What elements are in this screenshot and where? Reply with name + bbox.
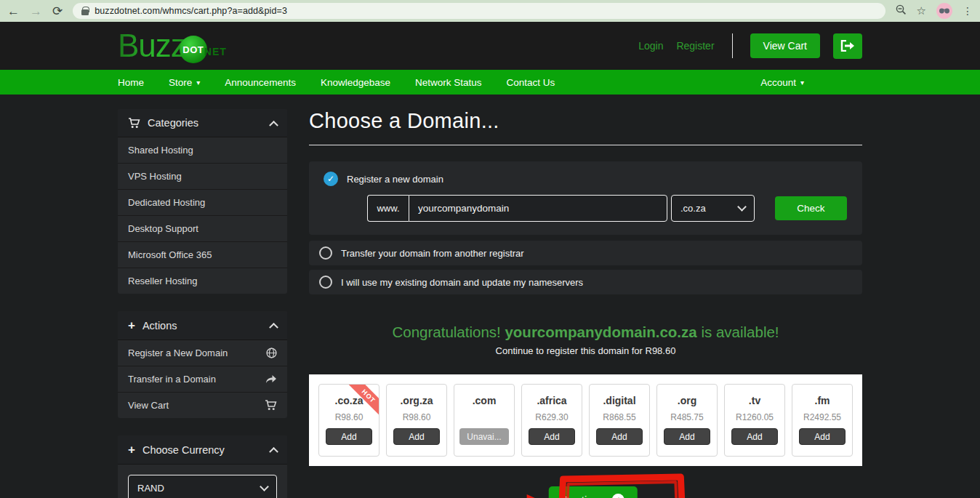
- tld-card-fm: .fm R2492.55 Add: [792, 384, 853, 457]
- tld-card-tv: .tv R1260.05 Add: [724, 384, 785, 457]
- sidebar-item-vps-hosting[interactable]: VPS Hosting: [118, 164, 287, 190]
- available-domain: yourcompanydomain.co.za: [505, 324, 696, 340]
- globe-icon: [266, 348, 277, 358]
- add-button[interactable]: Add: [393, 428, 440, 445]
- title-divider: [309, 145, 862, 145]
- site-header: Buzz DOT NET Login Register View Cart: [0, 22, 980, 70]
- browser-menu-icon[interactable]: ⋮: [963, 5, 973, 17]
- sidebar-item-view-cart[interactable]: View Cart: [118, 393, 287, 418]
- actions-panel: + Actions Register a New Domain Transfer…: [118, 311, 287, 418]
- categories-panel: Categories Shared Hosting VPS Hosting De…: [118, 109, 287, 294]
- main-content: Choose a Domain... ✓ Register a new doma…: [309, 109, 862, 498]
- sidebar-item-reseller-hosting[interactable]: Reseller Hosting: [118, 268, 287, 294]
- logout-icon: [840, 40, 855, 52]
- radio-unselected-icon[interactable]: [319, 246, 332, 260]
- add-button[interactable]: Add: [326, 428, 372, 445]
- register-domain-option[interactable]: ✓ Register a new domain: [324, 172, 848, 186]
- categories-panel-header[interactable]: Categories: [118, 109, 287, 137]
- zoom-icon[interactable]: [896, 4, 907, 18]
- chevron-up-icon: [269, 120, 278, 129]
- view-cart-button[interactable]: View Cart: [750, 33, 820, 58]
- radio-selected-icon[interactable]: ✓: [324, 172, 338, 186]
- cart-icon: [265, 400, 277, 411]
- nav-item-store[interactable]: Store▾: [169, 77, 200, 88]
- share-arrow-icon: [265, 374, 277, 384]
- nav-item-home[interactable]: Home: [118, 77, 144, 88]
- tld-card-africa: .africa R629.30 Add: [521, 384, 582, 457]
- add-button[interactable]: Add: [529, 428, 575, 445]
- logout-button[interactable]: [833, 33, 862, 59]
- bookmark-star-icon[interactable]: ☆: [917, 4, 926, 17]
- reload-icon[interactable]: ⟳: [52, 5, 63, 17]
- add-button[interactable]: Add: [731, 428, 778, 445]
- currency-panel-header[interactable]: + Choose Currency: [118, 435, 287, 465]
- nav-item-announcements[interactable]: Announcements: [225, 77, 296, 88]
- actions-title: Actions: [142, 320, 177, 332]
- availability-message: Congratulations! yourcompanydomain.co.za…: [309, 324, 862, 356]
- logo-text-buzz: Buzz: [118, 28, 186, 64]
- chevron-down-icon: ▾: [196, 79, 200, 87]
- register-link[interactable]: Register: [676, 40, 714, 52]
- nav-item-account[interactable]: Account▾: [760, 77, 804, 88]
- register-domain-label: Register a new domain: [347, 174, 443, 185]
- radio-unselected-icon[interactable]: [319, 276, 332, 289]
- sidebar-item-microsoft-office-365[interactable]: Microsoft Office 365: [118, 242, 287, 268]
- tld-card-com: .com Unavai...: [454, 384, 515, 457]
- chevron-down-icon: [737, 202, 747, 212]
- logo-text-net: NET: [204, 46, 227, 57]
- back-icon[interactable]: ←: [7, 5, 20, 17]
- arrow-right-icon: ➜: [611, 494, 624, 498]
- add-button[interactable]: Add: [799, 428, 846, 445]
- tld-suggestions-row: HOT .co.za R98.60 Add .org.za R98.60 Add…: [309, 374, 862, 466]
- actions-panel-header[interactable]: + Actions: [118, 311, 287, 340]
- tld-select[interactable]: .co.za: [671, 195, 755, 222]
- continue-section: Continue ➜: [309, 470, 862, 498]
- availability-subtext: Continue to register this domain for R98…: [309, 345, 862, 356]
- currency-title: Choose Currency: [142, 444, 225, 456]
- main-navigation: Home Store▾ Announcements Knowledgebase …: [0, 70, 980, 95]
- site-logo[interactable]: Buzz DOT NET: [118, 28, 227, 64]
- sidebar: Categories Shared Hosting VPS Hosting De…: [118, 109, 287, 498]
- tld-card-orgza: .org.za R98.60 Add: [386, 384, 447, 457]
- address-bar[interactable]: buzzdotnet.com/whmcs/cart.php?a=add&pid=…: [73, 3, 885, 19]
- currency-select[interactable]: RAND: [128, 475, 277, 498]
- check-button[interactable]: Check: [775, 196, 847, 220]
- existing-domain-option[interactable]: I will use my existing domain and update…: [309, 270, 862, 294]
- profile-avatar[interactable]: [936, 3, 952, 19]
- sidebar-item-dedicated-hosting[interactable]: Dedicated Hosting: [118, 190, 287, 216]
- continue-button[interactable]: Continue ➜: [548, 486, 637, 498]
- tld-card-org: .org R485.75 Add: [656, 384, 718, 457]
- chevron-down-icon: [260, 482, 269, 491]
- categories-title: Categories: [148, 117, 198, 129]
- add-button[interactable]: Add: [664, 428, 710, 445]
- plus-icon: +: [128, 319, 135, 332]
- tld-selected-value: .co.za: [680, 203, 706, 214]
- add-button[interactable]: Add: [596, 428, 643, 445]
- browser-toolbar: ← → ⟳ buzzdotnet.com/whmcs/cart.php?a=ad…: [0, 0, 980, 22]
- unavailable-button: Unavai...: [459, 428, 509, 445]
- tld-card-coza: HOT .co.za R98.60 Add: [318, 384, 379, 457]
- nav-item-knowledgebase[interactable]: Knowledgebase: [321, 77, 390, 88]
- login-link[interactable]: Login: [638, 40, 663, 52]
- sidebar-item-transfer-in-domain[interactable]: Transfer in a Domain: [118, 366, 287, 393]
- currency-selected-value: RAND: [137, 483, 164, 494]
- nav-item-network-status[interactable]: Network Status: [415, 77, 482, 88]
- tld-card-digital: .digital R868.55 Add: [589, 384, 650, 457]
- plus-icon: +: [128, 443, 135, 456]
- url-text[interactable]: buzzdotnet.com/whmcs/cart.php?a=add&pid=…: [95, 6, 287, 16]
- transfer-domain-option[interactable]: Transfer your domain from another regist…: [309, 241, 862, 265]
- domain-input[interactable]: [409, 195, 667, 222]
- sidebar-item-desktop-support[interactable]: Desktop Support: [118, 216, 287, 242]
- domain-search-panel: ✓ Register a new domain www. .co.za Chec…: [309, 161, 862, 235]
- nav-item-contact-us[interactable]: Contact Us: [507, 77, 555, 88]
- page-title: Choose a Domain...: [309, 109, 862, 133]
- header-divider: [732, 33, 733, 58]
- www-prefix: www.: [367, 195, 409, 222]
- sidebar-item-shared-hosting[interactable]: Shared Hosting: [118, 137, 287, 164]
- chevron-up-icon: [269, 447, 278, 457]
- forward-icon[interactable]: →: [30, 5, 42, 17]
- logo-dot-circle: DOT: [180, 36, 207, 63]
- sidebar-item-register-new-domain[interactable]: Register a New Domain: [118, 340, 287, 366]
- cart-icon: [128, 118, 140, 129]
- currency-panel: + Choose Currency RAND: [118, 435, 287, 498]
